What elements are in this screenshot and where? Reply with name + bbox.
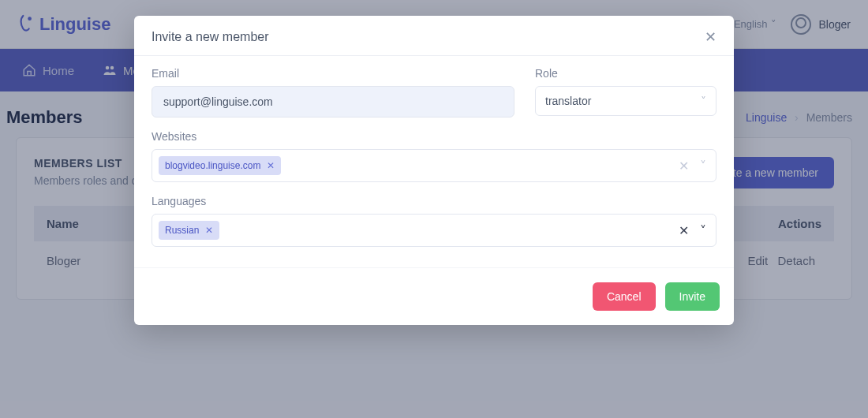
email-field[interactable] (152, 86, 514, 118)
cancel-button[interactable]: Cancel (593, 282, 656, 311)
chevron-down-icon: ˅ (701, 95, 706, 107)
role-value: translator (545, 95, 591, 107)
language-chip: Russian ✕ (159, 221, 219, 240)
chevron-down-icon[interactable]: ˅ (700, 223, 706, 238)
modal-title: Invite a new member (152, 30, 269, 44)
role-select[interactable]: translator ˅ (535, 86, 716, 116)
email-label: Email (152, 67, 514, 80)
clear-icon[interactable]: ✕ (679, 159, 689, 174)
chevron-down-icon[interactable]: ˅ (700, 159, 706, 174)
websites-multiselect[interactable]: blogvideo.linguise.com ✕ ✕ ˅ (152, 149, 716, 182)
remove-chip-icon[interactable]: ✕ (205, 225, 213, 236)
role-label: Role (535, 67, 716, 80)
website-chip: blogvideo.linguise.com ✕ (159, 156, 281, 175)
language-chip-label: Russian (165, 225, 199, 236)
invite-button[interactable]: Invite (665, 282, 720, 311)
websites-label: Websites (152, 130, 716, 143)
close-icon[interactable]: ✕ (705, 30, 716, 44)
languages-multiselect[interactable]: Russian ✕ ✕ ˅ (152, 214, 716, 247)
modal-overlay[interactable]: Invite a new member ✕ Email Role transla… (0, 0, 868, 418)
invite-member-modal: Invite a new member ✕ Email Role transla… (134, 16, 734, 325)
clear-icon[interactable]: ✕ (679, 223, 689, 238)
remove-chip-icon[interactable]: ✕ (267, 160, 275, 171)
website-chip-label: blogvideo.linguise.com (165, 160, 260, 171)
languages-label: Languages (152, 195, 716, 207)
